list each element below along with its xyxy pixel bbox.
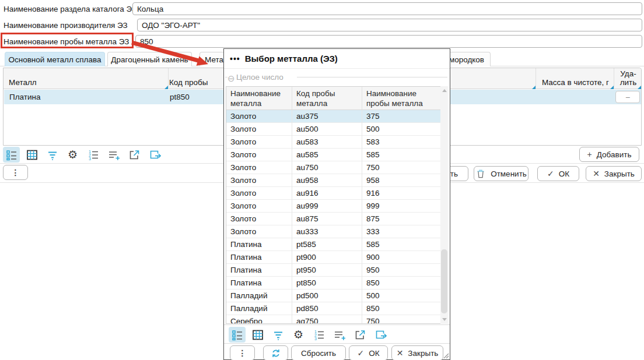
dialog-table-row[interactable]: Золотоau585585 xyxy=(226,149,440,161)
cell-assay: 583 xyxy=(362,136,440,149)
cell-assay: 950 xyxy=(362,264,440,277)
cell-code: au958 xyxy=(292,174,362,187)
dialog-table-row[interactable]: Золотоau333333 xyxy=(226,225,440,238)
scrollbar-thumb[interactable] xyxy=(441,249,447,313)
refresh-icon xyxy=(271,348,281,358)
cell-metal: Золото xyxy=(226,213,292,225)
dialog-table-row[interactable]: Золотоau583583 xyxy=(226,136,440,149)
tab-gemstone[interactable]: Драгоценный камень xyxy=(107,52,192,66)
filter-group-label: Целое число xyxy=(236,73,284,82)
cell-code: pt950 xyxy=(292,264,362,277)
dialog-table-row[interactable]: Золотоau500500 xyxy=(226,123,440,136)
cell-assay: 333 xyxy=(362,225,440,238)
cell-code: au750 xyxy=(292,161,362,174)
numbered-list-icon[interactable]: 123 xyxy=(85,147,102,163)
repeat-icon[interactable] xyxy=(372,327,388,343)
sort-indicator xyxy=(164,86,168,89)
settings-gear-icon[interactable]: ⚙ xyxy=(290,327,307,343)
cell-code: au585 xyxy=(292,149,362,161)
cell-assay: 750 xyxy=(362,161,440,174)
cell-code: ag750 xyxy=(292,315,362,324)
table-grid-icon[interactable] xyxy=(23,147,40,163)
dialog-table-row[interactable]: Золотоau999999 xyxy=(226,200,440,213)
cell-assay-code: pt850 xyxy=(170,90,190,104)
cell-metal: Палладий xyxy=(226,290,292,302)
dialog-refresh-button[interactable] xyxy=(263,345,288,360)
numbered-list-icon[interactable]: 123 xyxy=(310,327,327,343)
filter-icon[interactable] xyxy=(270,327,286,343)
dialog-table-row[interactable]: Платинаpt900900 xyxy=(226,251,440,264)
scroll-down-icon[interactable] xyxy=(442,318,447,321)
cell-assay: 500 xyxy=(362,290,440,302)
dialog-table-row[interactable]: Платинаpt950950 xyxy=(226,264,440,277)
add-to-list-icon[interactable] xyxy=(105,147,122,163)
settings-gear-icon[interactable]: ⚙ xyxy=(64,147,81,163)
dialog-table-row[interactable]: Платинаpt850850 xyxy=(226,277,440,290)
repeat-icon[interactable] xyxy=(146,147,163,163)
cell-metal: Платина xyxy=(9,90,40,104)
sort-indicator xyxy=(638,86,641,89)
col-metal[interactable]: Металл xyxy=(9,78,37,87)
dialog-table-scrollbar[interactable] xyxy=(440,86,448,324)
cell-code: au999 xyxy=(292,200,362,213)
col-delete[interactable]: Уда-лить xyxy=(615,69,642,87)
list-view-icon[interactable] xyxy=(229,327,246,343)
dialog-close-button[interactable]: ✕Закрыть xyxy=(391,345,443,360)
dialog-more-actions-button[interactable]: ⋮ xyxy=(230,345,255,360)
dialog-table-row[interactable]: Золотоau958958 xyxy=(226,174,440,187)
dialog-table-row[interactable]: Палладийpd500500 xyxy=(226,290,440,302)
col-assay-name[interactable]: Наимнование пробы металла xyxy=(362,87,440,110)
cell-assay: 750 xyxy=(362,315,440,324)
open-in-new-icon[interactable] xyxy=(125,147,142,163)
metal-assay-label: Наименование пробы металла ЭЗ xyxy=(4,35,129,48)
more-vertical-icon: ⋮ xyxy=(239,348,247,358)
cell-assay: 875 xyxy=(362,213,440,225)
metal-assay-input[interactable] xyxy=(135,35,642,48)
table-grid-icon[interactable] xyxy=(249,327,266,343)
cell-assay: 916 xyxy=(362,187,440,200)
open-in-new-icon[interactable] xyxy=(351,327,368,343)
cell-metal: Золото xyxy=(226,110,292,123)
add-to-list-icon[interactable] xyxy=(331,327,348,343)
check-icon: ✓ xyxy=(357,348,364,358)
col-metal-name[interactable]: Наимнование металла xyxy=(226,87,292,110)
manufacturer-input[interactable] xyxy=(137,19,642,31)
collapse-icon[interactable]: ⊖ xyxy=(228,73,235,84)
dialog-table-row[interactable]: Золотоau875875 xyxy=(226,213,440,225)
dialog-table-row[interactable]: Золотоau916916 xyxy=(226,187,440,200)
dialog-table-row[interactable]: Палладийpd850850 xyxy=(226,302,440,315)
cell-metal: Золото xyxy=(226,187,292,200)
ok-button[interactable]: ✓ОК xyxy=(537,166,579,181)
col-assay-code[interactable]: Код пробы металла xyxy=(292,87,362,110)
scroll-up-icon[interactable] xyxy=(442,89,447,92)
add-button[interactable]: +Добавить xyxy=(579,147,639,162)
close-button[interactable]: ✕Закрыть xyxy=(586,166,642,181)
cell-metal: Золото xyxy=(226,136,292,149)
col-pure-mass[interactable]: Масса в чистоте, г xyxy=(542,78,609,87)
cell-code: au500 xyxy=(292,123,362,136)
more-actions-button[interactable]: ⋮ xyxy=(3,165,28,180)
catalog-section-input[interactable] xyxy=(132,2,642,15)
cell-metal: Серебро xyxy=(226,315,292,324)
filter-icon[interactable] xyxy=(44,147,61,163)
dialog-table-row[interactable]: Золотоau750750 xyxy=(226,161,440,174)
delete-row-button[interactable]: − xyxy=(615,91,640,103)
tab-main-metal[interactable]: Основной металл сплава xyxy=(5,52,105,66)
minus-icon: − xyxy=(625,93,630,102)
cancel-button[interactable]: Отменить xyxy=(474,166,528,181)
resize-grip[interactable] xyxy=(443,352,449,359)
dialog-reset-button[interactable]: Сбросить xyxy=(291,345,346,360)
dialog-table-row[interactable]: Платинаpt585585 xyxy=(226,238,440,251)
cell-metal: Золото xyxy=(226,161,292,174)
dialog-ok-button[interactable]: ✓ОК xyxy=(349,345,388,360)
cell-assay: 999 xyxy=(362,200,440,213)
dialog-table-row[interactable]: Золотоau375375 xyxy=(226,110,440,123)
col-assay-code[interactable]: Код пробы xyxy=(169,78,208,87)
dialog-titlebar[interactable]: ••• Выбор метталла (ЭЗ) xyxy=(224,49,450,69)
dialog-title: Выбор метталла (ЭЗ) xyxy=(245,54,338,63)
dialog-table-row[interactable]: Сереброag750750 xyxy=(226,315,440,324)
cell-code: au916 xyxy=(292,187,362,200)
cell-metal: Палладий xyxy=(226,302,292,315)
list-view-icon[interactable] xyxy=(3,147,20,163)
svg-text:3: 3 xyxy=(89,157,91,161)
